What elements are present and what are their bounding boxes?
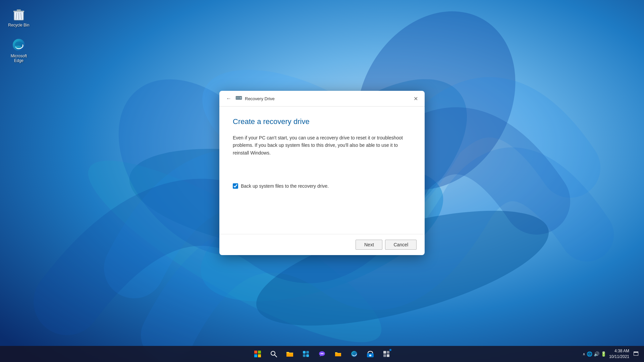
dialog-body-text: Even if your PC can't start, you can use… bbox=[233, 134, 411, 157]
network-icon[interactable]: 🌐 bbox=[587, 351, 592, 357]
back-button[interactable]: ← bbox=[225, 95, 233, 102]
dialog-content: Create a recovery drive Even if your PC … bbox=[219, 107, 425, 234]
chat-button[interactable] bbox=[315, 347, 329, 361]
svg-rect-22 bbox=[258, 351, 261, 354]
svg-point-33 bbox=[321, 353, 322, 354]
taskbar-clock[interactable]: 4:38 AM 10/11/2021 bbox=[609, 348, 629, 360]
dialog-heading: Create a recovery drive bbox=[233, 117, 411, 126]
store-button[interactable] bbox=[364, 347, 377, 361]
svg-rect-28 bbox=[306, 351, 309, 354]
clock-date: 10/11/2021 bbox=[609, 354, 629, 360]
svg-rect-39 bbox=[369, 355, 371, 356]
backup-checkbox[interactable] bbox=[233, 183, 238, 189]
tray-chevron[interactable]: ∧ bbox=[583, 352, 585, 356]
svg-rect-42 bbox=[383, 354, 386, 357]
taskbar-center bbox=[251, 347, 393, 361]
badge bbox=[389, 349, 392, 351]
svg-point-34 bbox=[322, 353, 323, 354]
svg-rect-23 bbox=[254, 354, 257, 357]
svg-point-35 bbox=[323, 353, 324, 354]
search-button[interactable] bbox=[267, 347, 280, 361]
svg-rect-29 bbox=[303, 354, 306, 357]
taskbar-right: ∧ 🌐 🔊 🔋 4:38 AM 10/11/2021 🗖 bbox=[583, 348, 639, 360]
settings-button[interactable] bbox=[380, 347, 393, 361]
start-button[interactable] bbox=[251, 347, 264, 361]
dialog-overlay: ← Recovery Drive ✕ Create a recovery dri… bbox=[0, 0, 644, 346]
battery-icon[interactable]: 🔋 bbox=[601, 351, 606, 357]
taskbar: ∧ 🌐 🔊 🔋 4:38 AM 10/11/2021 🗖 bbox=[0, 346, 644, 362]
svg-rect-40 bbox=[383, 351, 386, 354]
svg-rect-24 bbox=[258, 354, 261, 357]
svg-rect-41 bbox=[387, 351, 389, 354]
backup-checkbox-row: Back up system files to the recovery dri… bbox=[233, 183, 411, 189]
file-explorer-button[interactable] bbox=[283, 347, 297, 361]
svg-line-26 bbox=[275, 355, 277, 357]
notification-icon[interactable]: 🗖 bbox=[633, 351, 639, 357]
cancel-button[interactable]: Cancel bbox=[385, 240, 417, 250]
close-button[interactable]: ✕ bbox=[411, 94, 421, 104]
widgets-button[interactable] bbox=[299, 347, 313, 361]
svg-rect-27 bbox=[303, 351, 306, 354]
svg-rect-36 bbox=[335, 353, 341, 356]
desktop: Recycle Bin Mic bbox=[0, 0, 644, 362]
dialog-titlebar: ← Recovery Drive ✕ bbox=[219, 91, 425, 107]
volume-icon[interactable]: 🔊 bbox=[594, 351, 599, 357]
system-tray: ∧ 🌐 🔊 🔋 bbox=[583, 351, 606, 357]
clock-time: 4:38 AM bbox=[609, 348, 629, 354]
svg-rect-21 bbox=[254, 351, 257, 354]
next-button[interactable]: Next bbox=[356, 240, 382, 250]
svg-rect-43 bbox=[387, 354, 389, 357]
backup-checkbox-label[interactable]: Back up system files to the recovery dri… bbox=[241, 183, 329, 189]
svg-point-25 bbox=[271, 351, 275, 355]
edge-taskbar-button[interactable] bbox=[347, 347, 361, 361]
svg-rect-20 bbox=[236, 98, 239, 98]
dialog-title: Recovery Drive bbox=[245, 96, 419, 101]
svg-rect-30 bbox=[306, 354, 309, 357]
folder-button[interactable] bbox=[331, 347, 345, 361]
svg-point-19 bbox=[240, 97, 241, 99]
recovery-drive-dialog: ← Recovery Drive ✕ Create a recovery dri… bbox=[219, 91, 425, 255]
dialog-footer: Next Cancel bbox=[219, 234, 425, 255]
drive-icon bbox=[235, 95, 242, 102]
